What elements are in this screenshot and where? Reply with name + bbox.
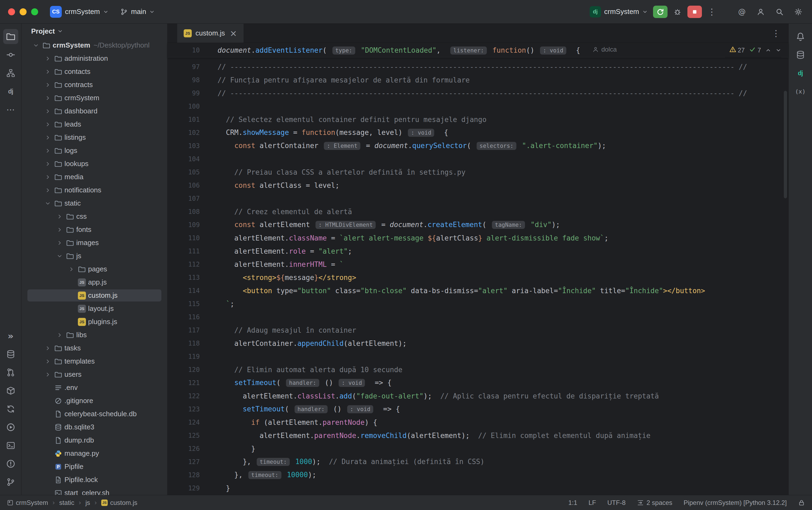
chevron-right-icon[interactable] xyxy=(43,121,53,128)
code-line-119[interactable]: 119 xyxy=(168,350,788,363)
line-number[interactable]: 128 xyxy=(168,471,200,479)
database-tool-button[interactable] xyxy=(793,47,808,62)
chevron-right-icon[interactable] xyxy=(55,227,64,233)
chevron-right-icon[interactable] xyxy=(67,266,76,272)
code-line-98[interactable]: 98// Funcția pentru afișarea mesajelor d… xyxy=(168,73,788,87)
tree-item-gitignore[interactable]: .gitignore xyxy=(22,394,167,407)
line-number[interactable]: 127 xyxy=(168,458,200,466)
file-encoding-status[interactable]: UTF-8 xyxy=(607,499,626,507)
services-tool-button[interactable] xyxy=(3,420,18,435)
project-widget[interactable]: CS crmSystem xyxy=(50,6,109,18)
readonly-toggle-status[interactable] xyxy=(798,499,805,506)
tree-item-css[interactable]: css xyxy=(22,210,167,223)
line-number[interactable]: 120 xyxy=(168,366,200,373)
line-number[interactable]: 125 xyxy=(168,432,200,439)
tree-item-custom-js[interactable]: JScustom.js xyxy=(22,289,167,302)
tree-item-notifications[interactable]: notifications xyxy=(22,183,167,197)
warnings-indicator[interactable]: 27 xyxy=(729,46,745,55)
chevron-right-icon[interactable] xyxy=(43,135,53,141)
terminal-tool-button[interactable] xyxy=(3,438,18,453)
vcs-widget[interactable]: main xyxy=(120,7,155,16)
code-line-101[interactable]: 101 // Selectez elementul container defi… xyxy=(168,113,788,126)
chevron-right-icon[interactable] xyxy=(43,372,53,377)
tree-item-start-celery-sh[interactable]: start_celery.sh xyxy=(22,486,167,495)
debug-button[interactable] xyxy=(671,6,684,18)
prev-problem-icon[interactable] xyxy=(765,47,771,53)
indent-status[interactable]: 2 spaces xyxy=(637,499,672,507)
tree-item-crmsystem[interactable]: crmSystem~/Desktop/pythonl xyxy=(22,39,167,52)
breadcrumb-item-js[interactable]: js xyxy=(85,499,90,507)
line-number[interactable]: 103 xyxy=(168,142,200,150)
code-line-121[interactable]: 121 setTimeout( handler: () : void => { xyxy=(168,376,788,389)
project-tool-button[interactable] xyxy=(3,29,18,44)
code-line-114[interactable]: 114 <button type="button" class="btn-clo… xyxy=(168,284,788,297)
line-number[interactable]: 119 xyxy=(168,353,200,360)
tree-item-dashboard[interactable]: dashboard xyxy=(22,105,167,118)
tree-item-contacts[interactable]: contacts xyxy=(22,65,167,78)
settings-button[interactable] xyxy=(792,6,805,18)
tree-item-celerybeat-schedule-db[interactable]: celerybeat-schedule.db xyxy=(22,407,167,421)
tab-options-icon[interactable]: ⋮ xyxy=(772,24,780,43)
next-problem-icon[interactable] xyxy=(776,47,781,53)
zoom-button[interactable] xyxy=(31,8,38,15)
django-structure-tool-button[interactable]: dj xyxy=(793,65,808,81)
code-line-128[interactable]: 128 }, timeout: 10000); xyxy=(168,469,788,482)
ci-checks-tool-button[interactable] xyxy=(3,401,18,417)
notifications-tool-button[interactable] xyxy=(793,29,808,44)
minimize-button[interactable] xyxy=(20,8,27,15)
line-number[interactable]: 117 xyxy=(168,327,200,334)
line-number[interactable]: 10 xyxy=(168,47,200,54)
project-panel-header[interactable]: Project xyxy=(22,24,167,39)
breadcrumb-item-crmsystem[interactable]: crmSystem xyxy=(7,499,48,507)
chevron-right-icon[interactable] xyxy=(43,187,53,193)
stop-button[interactable] xyxy=(687,6,702,18)
code-line-99[interactable]: 99// -----------------------------------… xyxy=(168,87,788,100)
line-number[interactable]: 115 xyxy=(168,300,200,308)
code-line-105[interactable]: 105 // Preiau clasa CSS a alertelor defi… xyxy=(168,166,788,179)
commit-tool-button[interactable] xyxy=(3,47,18,62)
code-line-117[interactable]: 117 // Adaug mesajul în container xyxy=(168,323,788,337)
close-tab-icon[interactable]: × xyxy=(230,29,237,38)
line-number[interactable]: 97 xyxy=(168,63,200,71)
tree-item-pipfile[interactable]: PPipfile xyxy=(22,460,167,473)
tree-item-static[interactable]: static xyxy=(22,197,167,210)
python-packages-tool-button[interactable] xyxy=(3,383,18,398)
line-number[interactable]: 108 xyxy=(168,208,200,216)
code-line-118[interactable]: 118 alertContainer.appendChild(alertElem… xyxy=(168,337,788,350)
code-line-111[interactable]: 111 alertElement.role = "alert"; xyxy=(168,245,788,258)
code-line-115[interactable]: 115 `; xyxy=(168,297,788,310)
code-line-106[interactable]: 106 const alertClass = level; xyxy=(168,179,788,192)
line-number[interactable]: 123 xyxy=(168,405,200,413)
chevron-down-icon[interactable] xyxy=(55,253,64,259)
line-number[interactable]: 110 xyxy=(168,234,200,242)
chevron-right-icon[interactable] xyxy=(43,108,53,114)
line-number[interactable]: 111 xyxy=(168,248,200,255)
line-number[interactable]: 100 xyxy=(168,103,200,110)
chevron-right-icon[interactable] xyxy=(43,174,53,180)
code-line-125[interactable]: 125 alertElement.parentNode.removeChild(… xyxy=(168,429,788,442)
line-number[interactable]: 101 xyxy=(168,116,200,123)
tree-item-administration[interactable]: administration xyxy=(22,52,167,65)
tree-item-listings[interactable]: listings xyxy=(22,131,167,144)
tree-item-js[interactable]: js xyxy=(22,249,167,262)
code-author-annotation[interactable]: dolca xyxy=(592,46,616,53)
chevron-right-icon[interactable] xyxy=(55,332,64,338)
tree-item-layout-js[interactable]: JSlayout.js xyxy=(22,302,167,315)
run-config-widget[interactable]: dj crmSystem xyxy=(590,6,648,18)
structure-tool-button[interactable] xyxy=(3,65,18,81)
code-line-120[interactable]: 120 // Elimin automat alerta după 10 sec… xyxy=(168,363,788,376)
code-line-124[interactable]: 124 if (alertElement.parentNode) { xyxy=(168,416,788,429)
version-control-tool-button[interactable] xyxy=(3,475,18,489)
line-number[interactable]: 98 xyxy=(168,76,200,84)
tree-item-pipfile-lock[interactable]: Pipfile.lock xyxy=(22,473,167,486)
tree-item-templates[interactable]: templates xyxy=(22,355,167,368)
code-line-123[interactable]: 123 setTimeout( handler: () : void => { xyxy=(168,402,788,416)
code-line-107[interactable]: 107 xyxy=(168,192,788,205)
line-number[interactable]: 107 xyxy=(168,195,200,202)
inspections-widget[interactable]: 27 7 xyxy=(725,43,781,57)
tree-item-app-js[interactable]: JSapp.js xyxy=(22,276,167,289)
code-line-110[interactable]: 110 alertElement.className = `alert aler… xyxy=(168,231,788,245)
code-line-113[interactable]: 113 <strong>${message}</strong> xyxy=(168,271,788,284)
tree-item-lookups[interactable]: lookups xyxy=(22,157,167,170)
hidden-windows-tool-button[interactable]: » xyxy=(3,328,18,343)
